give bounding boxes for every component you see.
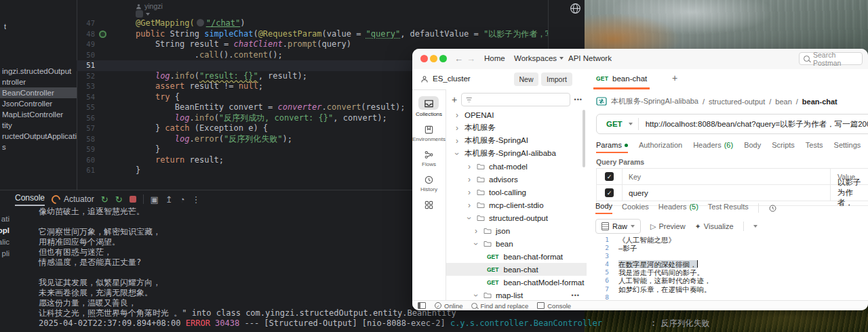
snapshot-icon[interactable]: ▣	[151, 195, 159, 204]
tree-item-beancontroller[interactable]: BeanController	[0, 87, 77, 98]
folder-advisors[interactable]: advisors	[446, 173, 587, 186]
spring-endpoint-gutter-icon[interactable]	[99, 30, 106, 38]
rail-collections[interactable]: Collections	[416, 96, 442, 117]
import-button[interactable]: Import	[541, 72, 572, 86]
breadcrumb-folder[interactable]: structured-output	[709, 98, 765, 106]
collection-springai-alibaba[interactable]: 本机服务-SpringAI-alibaba	[446, 147, 587, 160]
minimize-window-button[interactable]	[430, 55, 437, 62]
tree-item-maplistcontroller[interactable]: MapListController	[0, 109, 77, 120]
tree-scrollbar[interactable]	[583, 110, 585, 167]
rail-flows[interactable]: Flows	[422, 150, 436, 167]
method-select[interactable]: GET	[597, 120, 629, 128]
breadcrumb-collection[interactable]: 本机服务-SpringAI-alibaba	[611, 96, 698, 106]
rail-collections-label: Collections	[416, 111, 442, 117]
rerun-debug-icon[interactable]: ↻	[115, 195, 123, 204]
tree-item-jsoncontroller[interactable]: JsonController	[0, 98, 77, 109]
tab-test-results[interactable]: Test Results	[708, 203, 749, 213]
rail-history[interactable]: History	[420, 175, 437, 192]
select-all-checkbox[interactable]	[605, 172, 614, 181]
forward-icon[interactable]: →	[467, 54, 475, 64]
preview-button[interactable]: ▷Preview	[650, 222, 686, 231]
code-token: error	[195, 134, 219, 144]
close-window-button[interactable]	[420, 55, 428, 62]
filter-collections-input[interactable]	[461, 93, 570, 106]
endpoint-inlay[interactable]	[136, 10, 150, 18]
rerun-icon[interactable]: ↻	[101, 195, 108, 204]
tab-actuator[interactable]: Actuator	[52, 194, 94, 204]
folder-chat-model[interactable]: chat-model	[446, 160, 587, 173]
sidebar-toggle-icon[interactable]	[418, 302, 426, 309]
folder-label: structured-output	[489, 214, 548, 222]
export-icon[interactable]: ↥	[165, 195, 173, 204]
param-value-cell[interactable]: 以影子为作者，	[831, 185, 868, 201]
gauge-edit-icon[interactable]: ◔	[180, 195, 185, 204]
tree-item-package[interactable]: ingzi.structedOutput	[0, 66, 77, 77]
folder-more-icon[interactable]: •••	[572, 292, 580, 299]
search-postman-input[interactable]: Search Postman	[799, 52, 863, 65]
folder-bean[interactable]: bean	[446, 237, 587, 250]
tree-item-controller-pkg[interactable]: ntroller	[0, 77, 77, 87]
folder-map-list[interactable]: map-list•••	[446, 289, 587, 301]
visualize-button[interactable]: ✦Visualize	[695, 222, 734, 231]
row-checkbox[interactable]	[605, 188, 614, 197]
more-options-icon[interactable]: ⋮	[192, 195, 201, 204]
code-token: "/chat"	[206, 18, 241, 28]
param-key-cell[interactable]: query	[623, 185, 831, 201]
nav-api-network[interactable]: API Network	[568, 54, 612, 62]
maximize-window-button[interactable]	[439, 55, 447, 62]
tab-console[interactable]: Console	[15, 193, 45, 206]
code-token: c.y.s.controller.BeanController	[450, 318, 602, 328]
tree-item-entity-pkg[interactable]: tity	[0, 120, 77, 131]
tab-scripts[interactable]: Scripts	[772, 141, 795, 152]
new-tab-button[interactable]: +	[672, 72, 677, 83]
response-body[interactable]: 1《人工智能之思》 2—影子 3 4在数字星河的深处徘徊， 5我是游走于代码间的…	[595, 236, 868, 301]
console-button[interactable]: Console	[537, 302, 571, 310]
folder-tool-calling[interactable]: tool-calling	[446, 186, 587, 199]
collection-label: 本机服务	[465, 123, 496, 133]
author-inlay[interactable]: yingzi	[136, 2, 163, 10]
nav-home[interactable]: Home	[484, 54, 505, 62]
stop-icon[interactable]	[130, 196, 136, 203]
collection-openai[interactable]: OPENAI	[446, 108, 587, 121]
tab-response-headers[interactable]: Headers(5)	[658, 203, 698, 213]
tab-params[interactable]: Params	[596, 141, 628, 153]
chevron-down-icon[interactable]	[753, 225, 757, 228]
back-icon[interactable]: ←	[454, 54, 463, 64]
folder-mcp-client-stdio[interactable]: mcp-client-stdio	[446, 199, 587, 211]
online-status[interactable]: ✓Online	[435, 302, 462, 310]
tab-response-body[interactable]: Body	[595, 202, 612, 214]
request-bean-chat[interactable]: GETbean-chat	[446, 263, 587, 276]
tab-cookies[interactable]: Cookies	[622, 203, 649, 213]
code-token: simpleChat	[204, 29, 253, 39]
tree-item-application[interactable]: ructedOutputApplication	[0, 131, 77, 142]
request-bean-chatmodel-format[interactable]: GETbean-chatModel-format	[446, 276, 587, 289]
breadcrumb-request[interactable]: bean-chat	[802, 98, 837, 106]
collection-springai[interactable]: 本机服务-SpringAI	[446, 134, 587, 147]
tree-item[interactable]: t	[2, 21, 6, 32]
tree-item-resources[interactable]: s	[0, 142, 77, 152]
request-tab-bean-chat[interactable]: GET bean-chat	[593, 69, 650, 89]
tab-authorization[interactable]: Authorization	[639, 141, 682, 152]
tab-body[interactable]: Body	[744, 141, 761, 152]
rail-more-apps[interactable]	[424, 200, 434, 210]
collections-more-icon[interactable]: •••	[574, 96, 583, 103]
breadcrumb-subfolder[interactable]: bean	[775, 98, 791, 106]
new-button[interactable]: New	[514, 72, 538, 86]
folder-structured-output[interactable]: structured-output	[446, 211, 587, 224]
url-input[interactable]: http://localhost:8088/bean/chat?query=以影…	[646, 119, 868, 129]
collection-local-service[interactable]: 本机服务	[446, 121, 587, 134]
globe-icon[interactable]	[570, 3, 581, 14]
tab-settings[interactable]: Settings	[834, 141, 861, 152]
add-collection-button[interactable]: +	[452, 94, 457, 105]
workspace-name[interactable]: ES_cluster	[433, 75, 471, 83]
response-text: —影子	[618, 244, 637, 252]
find-and-replace[interactable]: Find and replace	[471, 302, 528, 310]
tab-headers[interactable]: Headers(6)	[693, 141, 733, 152]
raw-view-dropdown[interactable]: Raw	[595, 219, 641, 234]
tab-tests[interactable]: Tests	[806, 141, 823, 152]
rail-environments[interactable]: Environments	[412, 125, 446, 142]
nav-workspaces[interactable]: Workspaces	[514, 54, 564, 62]
response-history-icon[interactable]	[768, 204, 777, 213]
folder-json[interactable]: json	[446, 224, 587, 237]
request-bean-chat-format[interactable]: GETbean-chat-format	[446, 250, 587, 263]
